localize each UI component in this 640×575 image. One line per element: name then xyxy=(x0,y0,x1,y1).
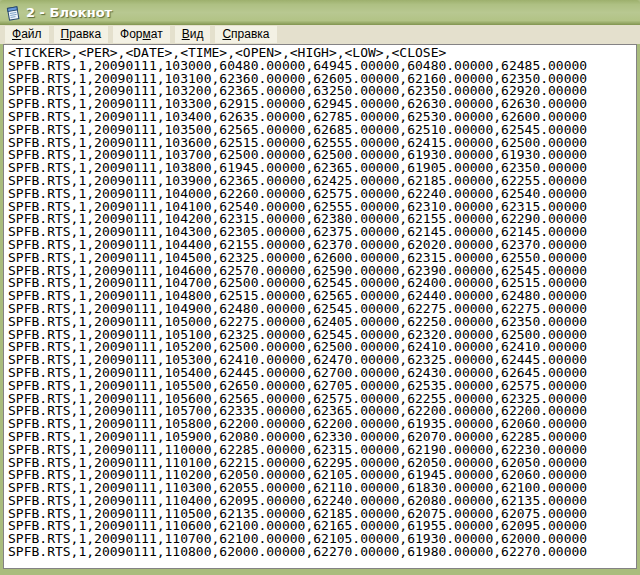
notepad-window: 2 - Блокнот Файл Правка Формат Вид Справ… xyxy=(0,0,640,575)
menu-item-edit[interactable]: Правка xyxy=(54,26,109,43)
menu-item-format[interactable]: Формат xyxy=(113,26,170,43)
text-editor[interactable]: <TICKER>,<PER>,<DATE>,<TIME>,<OPEN>,<HIG… xyxy=(3,44,637,569)
text-line: SPFB.RTS,1,20090111,110800,62000.00000,6… xyxy=(8,546,636,559)
notepad-icon[interactable] xyxy=(5,5,21,21)
titlebar[interactable]: 2 - Блокнот xyxy=(0,0,640,25)
menu-item-help[interactable]: Справка xyxy=(215,26,276,43)
text-content: <TICKER>,<PER>,<DATE>,<TIME>,<OPEN>,<HIG… xyxy=(4,45,636,559)
menu-item-file[interactable]: Файл xyxy=(5,26,49,43)
menu-item-view[interactable]: Вид xyxy=(175,26,211,43)
window-title: 2 - Блокнот xyxy=(26,5,112,20)
menu-bar: Файл Правка Формат Вид Справка xyxy=(0,25,640,44)
